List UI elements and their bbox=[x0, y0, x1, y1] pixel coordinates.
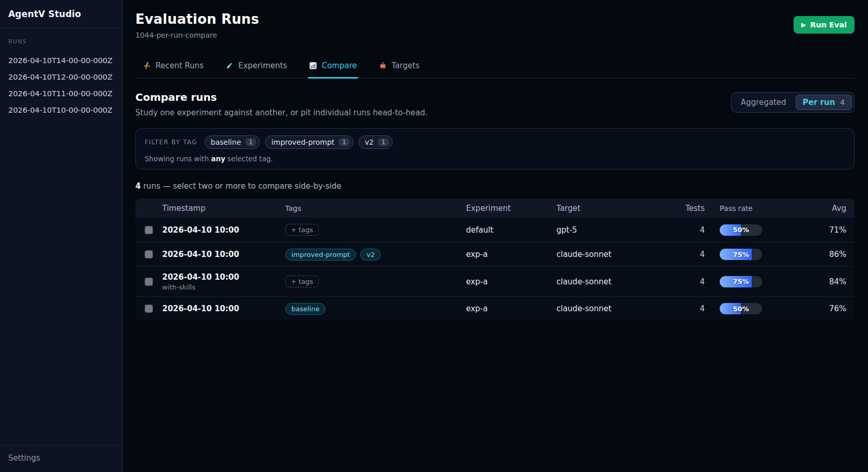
row-sublabel: with-skills bbox=[162, 283, 285, 291]
filter-note-prefix: Showing runs with bbox=[145, 155, 211, 163]
filter-note-any: any bbox=[211, 155, 226, 163]
row-target: claude-sonnet bbox=[556, 250, 683, 259]
row-select-checkbox[interactable] bbox=[145, 226, 153, 234]
row-select-checkbox[interactable] bbox=[145, 250, 153, 258]
sidebar: AgentV Studio RUNS 2026-04-10T14-00-00-0… bbox=[0, 0, 123, 472]
play-icon: ▶ bbox=[801, 21, 806, 28]
view-toggle-per-run[interactable]: Per run4 bbox=[796, 95, 852, 110]
bar-chart-icon bbox=[309, 62, 317, 70]
column-header-tests: Tests bbox=[683, 204, 715, 213]
tab-experiments[interactable]: Experiments bbox=[224, 57, 288, 79]
row-target: claude-sonnet bbox=[556, 304, 683, 313]
tab-targets[interactable]: Targets bbox=[378, 57, 421, 79]
sidebar-run-item[interactable]: 2026-04-10T10-00-00-000Z bbox=[8, 102, 114, 118]
tag-chip-improved-prompt: improved-prompt bbox=[285, 249, 356, 261]
filter-tag-name: v2 bbox=[365, 138, 374, 146]
tab-compare[interactable]: Compare bbox=[308, 57, 358, 79]
pass-rate-bar: 50% bbox=[720, 303, 762, 314]
page-title: Evaluation Runs bbox=[135, 11, 259, 27]
row-tests-count: 4 bbox=[683, 225, 715, 235]
tag-chip-baseline: baseline bbox=[285, 303, 326, 315]
view-toggle-label: Aggregated bbox=[741, 98, 786, 107]
table-row[interactable]: 2026-04-10 10:00baselineexp-aclaude-sonn… bbox=[135, 296, 855, 321]
view-toggle-aggregated[interactable]: Aggregated bbox=[734, 95, 794, 110]
pass-rate-label: 75% bbox=[720, 276, 762, 287]
table-header-row: TimestampTagsExperimentTargetTestsPass r… bbox=[135, 199, 855, 218]
row-experiment: exp-a bbox=[466, 277, 556, 286]
runner-icon bbox=[143, 62, 151, 70]
tab-label: Targets bbox=[392, 61, 420, 70]
row-timestamp: 2026-04-10 10:00 bbox=[162, 250, 285, 259]
row-pass-rate-cell: 50% bbox=[715, 224, 787, 236]
row-experiment: exp-a bbox=[466, 250, 556, 259]
row-checkbox-cell bbox=[135, 250, 162, 258]
runs-section-label: RUNS bbox=[8, 38, 114, 45]
table-row[interactable]: 2026-04-10 10:00with-skills+ tagsexp-acl… bbox=[135, 266, 855, 296]
app-title: AgentV Studio bbox=[8, 9, 114, 19]
row-pass-rate-cell: 75% bbox=[715, 276, 787, 287]
sidebar-footer: Settings bbox=[0, 445, 122, 472]
sidebar-run-item[interactable]: 2026-04-10T12-00-00-000Z bbox=[8, 69, 114, 85]
compare-runs-subtitle: Study one experiment against another, or… bbox=[135, 108, 428, 117]
pass-rate-label: 50% bbox=[720, 224, 762, 236]
row-tests-count: 4 bbox=[683, 304, 715, 313]
row-checkbox-cell bbox=[135, 304, 162, 313]
add-tags-button[interactable]: + tags bbox=[285, 276, 319, 287]
row-tests-count: 4 bbox=[683, 277, 715, 286]
runs-summary-text: runs — select two or more to compare sid… bbox=[141, 181, 341, 191]
row-timestamp: 2026-04-10 10:00 bbox=[162, 272, 285, 282]
pass-rate-bar: 75% bbox=[720, 249, 762, 260]
tab-label: Compare bbox=[322, 61, 357, 70]
filter-tag-name: improved-prompt bbox=[271, 138, 334, 146]
add-tags-button[interactable]: + tags bbox=[285, 224, 319, 236]
run-eval-button[interactable]: ▶ Run Eval bbox=[794, 16, 855, 34]
table-row[interactable]: 2026-04-10 10:00+ tagsdefaultgpt-5450%71… bbox=[135, 218, 855, 242]
filter-note-suffix: selected tag. bbox=[225, 155, 273, 163]
pass-rate-label: 75% bbox=[720, 249, 762, 260]
sidebar-run-item[interactable]: 2026-04-10T11-00-00-000Z bbox=[8, 85, 114, 102]
row-avg-score: 71% bbox=[787, 225, 855, 235]
compare-section-header: Compare runs Study one experiment agains… bbox=[135, 91, 855, 117]
row-select-checkbox[interactable] bbox=[145, 304, 153, 313]
column-header-timestamp: Timestamp bbox=[162, 204, 285, 213]
compare-runs-title: Compare runs bbox=[135, 91, 428, 103]
tag-chip-v2: v2 bbox=[360, 249, 381, 261]
settings-link[interactable]: Settings bbox=[8, 453, 114, 463]
row-timestamp-cell: 2026-04-10 10:00with-skills bbox=[162, 272, 285, 291]
pass-rate-bar: 75% bbox=[720, 276, 762, 287]
row-timestamp: 2026-04-10 10:00 bbox=[162, 225, 285, 235]
row-experiment: exp-a bbox=[466, 304, 556, 313]
table-row[interactable]: 2026-04-10 10:00improved-promptv2exp-acl… bbox=[135, 242, 855, 266]
row-tags-cell: baseline bbox=[285, 303, 466, 315]
filter-note: Showing runs with any selected tag. bbox=[145, 155, 845, 163]
tab-recent-runs[interactable]: Recent Runs bbox=[142, 57, 205, 79]
row-target: claude-sonnet bbox=[556, 277, 683, 286]
filter-tag-chip-improved-prompt[interactable]: improved-prompt1 bbox=[265, 135, 353, 149]
sidebar-run-item[interactable]: 2026-04-10T14-00-00-000Z bbox=[8, 52, 114, 69]
test-tube-icon bbox=[225, 62, 234, 70]
view-toggle-count: 4 bbox=[840, 98, 845, 106]
row-select-checkbox[interactable] bbox=[145, 278, 153, 286]
column-header-pass-rate: Pass rate bbox=[715, 204, 787, 212]
robot-icon bbox=[379, 62, 387, 70]
row-avg-score: 76% bbox=[787, 304, 855, 313]
row-tags-cell: + tags bbox=[285, 224, 466, 236]
filter-tag-name: baseline bbox=[211, 138, 241, 146]
runs-table: TimestampTagsExperimentTargetTestsPass r… bbox=[135, 199, 855, 321]
column-header-tags: Tags bbox=[285, 204, 466, 212]
column-header-avg: Avg bbox=[787, 204, 855, 213]
filter-tag-chip-baseline[interactable]: baseline1 bbox=[205, 135, 260, 149]
row-pass-rate-cell: 50% bbox=[715, 303, 787, 314]
page-subtitle: 1044-per-run-compare bbox=[135, 31, 259, 39]
tab-label: Experiments bbox=[238, 61, 287, 70]
row-pass-rate-cell: 75% bbox=[715, 249, 787, 260]
filter-tag-count-badge: 1 bbox=[338, 138, 350, 146]
pass-rate-bar: 50% bbox=[720, 224, 762, 236]
filter-tag-chip-v2[interactable]: v21 bbox=[359, 135, 393, 149]
row-timestamp-cell: 2026-04-10 10:00 bbox=[162, 304, 285, 313]
sidebar-header: AgentV Studio bbox=[0, 0, 122, 28]
row-avg-score: 84% bbox=[787, 277, 855, 286]
row-experiment: default bbox=[466, 225, 556, 235]
filter-tag-count-badge: 1 bbox=[245, 138, 257, 146]
tab-label: Recent Runs bbox=[156, 61, 204, 70]
